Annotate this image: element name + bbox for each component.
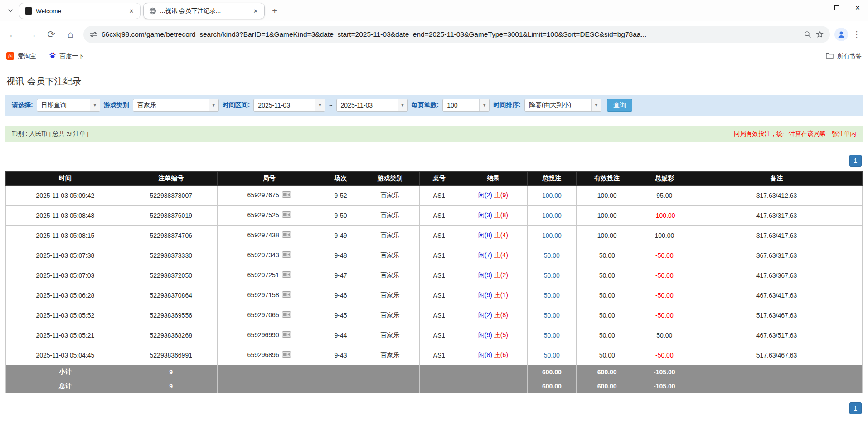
forward-icon[interactable]: → xyxy=(24,26,41,43)
date-start-select[interactable]: 2025-11-03 ▼ xyxy=(253,99,325,112)
result-banker: 庄(2) xyxy=(494,271,508,279)
cell-result: 闲(3) 庄(8) xyxy=(459,206,527,226)
total-bet-link[interactable]: 100.00 xyxy=(542,192,562,199)
cell-note: 417.63/317.63 xyxy=(691,206,862,226)
page-1-button[interactable]: 1 xyxy=(849,402,862,414)
zoom-icon[interactable] xyxy=(804,31,811,38)
round-video-icon[interactable] xyxy=(282,191,291,199)
globe-icon xyxy=(149,7,156,15)
tab-welcome[interactable]: Welcome ✕ xyxy=(19,3,141,19)
tab-search-icon[interactable] xyxy=(4,4,17,18)
maximize-button[interactable] xyxy=(826,0,847,15)
column-header: 场次 xyxy=(321,172,360,186)
cell-note: 367.63/317.63 xyxy=(691,245,862,265)
round-video-icon[interactable] xyxy=(282,271,291,279)
bookmark-aitaobao[interactable]: 淘 爱淘宝 xyxy=(6,52,36,60)
bookmark-baidu[interactable]: 百度一下 xyxy=(49,52,84,60)
new-tab-button[interactable]: + xyxy=(268,5,281,17)
cell-table-no: AS1 xyxy=(419,325,459,345)
minimize-button[interactable]: ─ xyxy=(805,0,826,15)
cell-note: 417.63/367.63 xyxy=(691,265,862,285)
total-bet-link[interactable]: 100.00 xyxy=(542,212,562,219)
page-size-select[interactable]: 100 ▼ xyxy=(442,99,490,112)
result-player: 闲(8) xyxy=(478,351,492,358)
total-bet-link[interactable]: 50.00 xyxy=(544,332,560,339)
result-banker: 庄(4) xyxy=(494,231,508,239)
result-banker: 庄(1) xyxy=(494,291,508,299)
profile-avatar-icon[interactable] xyxy=(834,28,848,41)
total-row: 总计 9 600.00 600.00 -105.00 xyxy=(6,379,863,393)
cell-session: 9-50 xyxy=(321,206,360,226)
tab-bet-records[interactable]: :::视讯 会员下注纪录::: ✕ xyxy=(143,3,265,19)
close-button[interactable]: ✕ xyxy=(847,0,868,15)
empty-cell xyxy=(459,379,527,393)
cell-round-id: 659297438 xyxy=(217,226,321,245)
chevron-down-icon: ▼ xyxy=(398,99,407,111)
cell-bet-id: 522938373330 xyxy=(125,245,217,265)
round-video-icon[interactable] xyxy=(282,211,291,219)
back-icon[interactable]: ← xyxy=(5,26,22,43)
total-bet-link[interactable]: 100.00 xyxy=(542,232,562,239)
address-bar[interactable]: 66cxkj98.com/game/betrecord_search/kind3… xyxy=(83,26,830,43)
round-video-icon[interactable] xyxy=(282,291,291,299)
cell-note: 517.63/467.63 xyxy=(691,305,862,325)
result-player: 闲(9) xyxy=(478,291,492,299)
bookmark-star-icon[interactable] xyxy=(816,30,824,38)
url-text[interactable]: 66cxkj98.com/game/betrecord_search/kind3… xyxy=(102,30,800,39)
total-bet-link[interactable]: 50.00 xyxy=(544,312,560,319)
cell-round-id: 659296990 xyxy=(217,325,321,345)
round-video-icon[interactable] xyxy=(282,231,291,239)
browser-titlebar: Welcome ✕ :::视讯 会员下注纪录::: ✕ + ─ ✕ xyxy=(0,0,868,21)
total-count: 9 xyxy=(125,379,217,393)
cell-result: 闲(2) 庄(9) xyxy=(459,186,527,206)
date-end-select[interactable]: 2025-11-03 ▼ xyxy=(336,99,408,112)
chevron-down-icon: ▼ xyxy=(209,99,218,111)
round-video-icon[interactable] xyxy=(282,311,291,319)
cell-round-id: 659297343 xyxy=(217,245,321,265)
empty-cell xyxy=(321,365,360,379)
query-mode-select[interactable]: 日期查询 ▼ xyxy=(37,99,100,112)
tab-label: :::视讯 会员下注纪录::: xyxy=(160,7,248,15)
round-video-icon[interactable] xyxy=(282,351,291,359)
game-type-select[interactable]: 百家乐 ▼ xyxy=(133,99,219,112)
cell-total-bet: 100.00 xyxy=(527,206,576,226)
cell-game-type: 百家乐 xyxy=(360,345,419,365)
empty-cell xyxy=(217,379,321,393)
empty-cell xyxy=(360,379,419,393)
tab-close-icon[interactable]: ✕ xyxy=(252,7,260,15)
result-player: 闲(7) xyxy=(478,251,492,259)
cell-payout: -50.00 xyxy=(638,265,691,285)
all-bookmarks-label: 所有书签 xyxy=(837,52,862,60)
pagination-top: 1 xyxy=(5,155,862,167)
cell-game-type: 百家乐 xyxy=(360,245,419,265)
result-player: 闲(9) xyxy=(478,271,492,279)
reload-icon[interactable]: ⟳ xyxy=(43,26,60,43)
result-player: 闲(2) xyxy=(478,311,492,319)
tab-close-icon[interactable]: ✕ xyxy=(127,7,136,15)
page-1-button[interactable]: 1 xyxy=(849,155,862,167)
home-icon[interactable]: ⌂ xyxy=(62,26,79,43)
search-button[interactable]: 查询 xyxy=(607,99,632,112)
cell-table-no: AS1 xyxy=(419,186,459,206)
cell-note: 317.63/417.63 xyxy=(691,226,862,245)
all-bookmarks[interactable]: 所有书签 xyxy=(826,52,862,60)
subtotal-total-bet: 600.00 xyxy=(527,365,576,379)
total-bet-link[interactable]: 50.00 xyxy=(544,352,560,359)
cell-payout: 100.00 xyxy=(638,226,691,245)
round-video-icon[interactable] xyxy=(282,331,291,339)
site-info-icon[interactable] xyxy=(90,31,97,38)
total-bet-link[interactable]: 50.00 xyxy=(544,292,560,299)
cell-game-type: 百家乐 xyxy=(360,325,419,345)
sort-label: 时间排序: xyxy=(493,101,521,109)
table-row: 2025-11-03 05:07:38522938373330659297343… xyxy=(6,245,863,265)
round-video-icon[interactable] xyxy=(282,251,291,259)
browser-menu-icon[interactable]: ⋮ xyxy=(850,29,863,39)
total-bet-link[interactable]: 50.00 xyxy=(544,272,560,279)
sort-select[interactable]: 降幂(由大到小) ▼ xyxy=(524,99,601,112)
cell-round-id: 659297675 xyxy=(217,186,321,206)
total-bet-link[interactable]: 50.00 xyxy=(544,252,560,259)
result-banker: 庄(6) xyxy=(494,351,508,358)
cell-note: 467.63/517.63 xyxy=(691,325,862,345)
page-size-value: 100 xyxy=(443,99,479,111)
cell-game-type: 百家乐 xyxy=(360,305,419,325)
